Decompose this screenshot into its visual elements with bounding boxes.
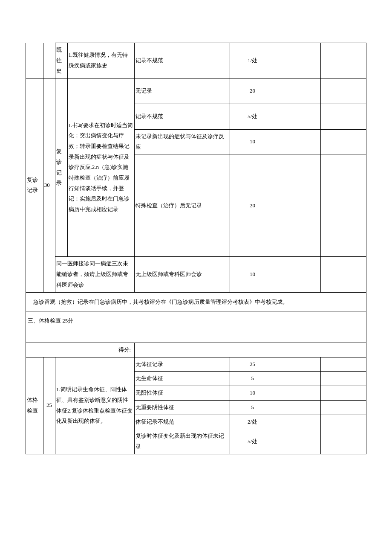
cell-score: 20: [230, 154, 275, 257]
table-row: 体格检查 25 1.简明记录生命休征、阳性体征、具有鉴别诊断意义的阴性体征2.复…: [26, 357, 366, 372]
cell-issue: 无阳性体征: [135, 386, 230, 401]
cell-blank: [321, 372, 366, 386]
cell-issue: 无上级医师或专科医师会诊: [135, 257, 230, 292]
cell-category: 复诊记录: [55, 78, 67, 257]
cell-blank: [275, 415, 321, 429]
cell-issue: 复诊时体征变化及新出现的体征未记录: [135, 429, 230, 454]
cell-score: 5/处: [230, 104, 275, 130]
cell-requirement: 1.既往健康情况，有无特殊疾病或家族史: [67, 43, 135, 78]
cell-blank: [275, 154, 321, 257]
cell-blank: [321, 415, 366, 429]
cell-requirement: L书写要求在初诊时适当简化：突出病情变化与疗效；转录重要检查结果记录新出现的症状…: [67, 78, 135, 257]
cell-issue: 记录不规范: [135, 43, 230, 78]
cell-issue: 无体征记录: [135, 357, 230, 372]
cell-score: 2/处: [230, 415, 275, 429]
cell-blank: [275, 386, 321, 401]
cell-blank: [275, 429, 321, 454]
cell-score: 5/处: [230, 429, 275, 454]
cell-blank: [321, 429, 366, 454]
cell-blank: [26, 43, 43, 78]
cell-blank: [43, 43, 55, 78]
cell-score: 10: [230, 386, 275, 401]
cell-issue: 无生命体征: [135, 372, 230, 386]
cell-score: 5: [230, 372, 275, 386]
cell-blank: [275, 372, 321, 386]
cell-blank: [275, 257, 321, 292]
cell-blank: [321, 386, 366, 401]
cell-blank: [321, 400, 366, 415]
cell-issue: 无记录: [135, 78, 230, 104]
cell-requirement: 同一医师接诊同一病症三次未能确诊者，须请上级医师或专科医师会诊: [55, 257, 135, 292]
cell-issue: 无重要阴性体征: [135, 400, 230, 415]
assessment-table: 既往史 1.既往健康情况，有无特殊疾病或家族史 记录不规范 1/处 复诊记录 3…: [26, 43, 366, 454]
note-text: 急诊留观（抢救）记录在门急诊病历中，其考核评分在《门急诊病历质量管理评分考核表》…: [28, 297, 364, 307]
cell-points: 25: [43, 357, 55, 454]
table-row: 既往史 1.既往健康情况，有无特殊疾病或家族史 记录不规范 1/处: [26, 43, 366, 78]
cell-section-header: 三、体格检查 25分: [26, 311, 366, 343]
cell-score: 5: [230, 400, 275, 415]
cell-score: 1/处: [230, 43, 275, 78]
cell-blank: [321, 78, 366, 104]
cell-blank: [275, 78, 321, 104]
cell-section: 体格检查: [26, 357, 43, 454]
table-row: 同一医师接诊同一病症三次未能确诊者，须请上级医师或专科医师会诊 无上级医师或专科…: [26, 257, 366, 292]
cell-blank: [321, 43, 366, 78]
cell-requirement: 1.简明记录生命休征、阳性体征、具有鉴别诊断意义的阴性体征2.复诊体检重点检查体…: [55, 357, 135, 454]
cell-blank: [275, 130, 321, 154]
cell-blank: [275, 104, 321, 130]
table-row: 复诊记录 30 复诊记录 L书写要求在初诊时适当简化：突出病情变化与疗效；转录重…: [26, 78, 366, 104]
cell-score: 10: [230, 257, 275, 292]
cell-points: 30: [43, 78, 55, 292]
cell-score: 10: [230, 130, 275, 154]
table-row: 得分:: [26, 343, 366, 357]
cell-issue: 体征记录不规范: [135, 415, 230, 429]
cell-category: 既往史: [55, 43, 67, 78]
cell-blank: [321, 154, 366, 257]
cell-blank: [321, 357, 366, 372]
cell-blank: [321, 130, 366, 154]
cell-issue: 未记录新出现的症状与体征及诊疗反应: [135, 130, 230, 154]
cell-blank: [275, 400, 321, 415]
cell-note: 急诊留观（抢救）记录在门急诊病历中，其考核评分在《门急诊病历质量管理评分考核表》…: [26, 292, 366, 311]
cell-issue: 记录不规范: [135, 104, 230, 130]
score-label: 得分:: [26, 343, 135, 357]
table-row: 三、体格检查 25分: [26, 311, 366, 343]
cell-issue: 特殊检查（治疗）后无记录: [135, 154, 230, 257]
cell-score: 20: [230, 78, 275, 104]
cell-blank: [275, 357, 321, 372]
cell-blank: [321, 257, 366, 292]
cell-blank: [321, 104, 366, 130]
cell-blank: [135, 343, 366, 357]
cell-section: 复诊记录: [26, 78, 43, 292]
section-title: 三、体格检查 25分: [28, 315, 364, 327]
table-row: 急诊留观（抢救）记录在门急诊病历中，其考核评分在《门急诊病历质量管理评分考核表》…: [26, 292, 366, 311]
cell-blank: [275, 43, 321, 78]
cell-score: 25: [230, 357, 275, 372]
